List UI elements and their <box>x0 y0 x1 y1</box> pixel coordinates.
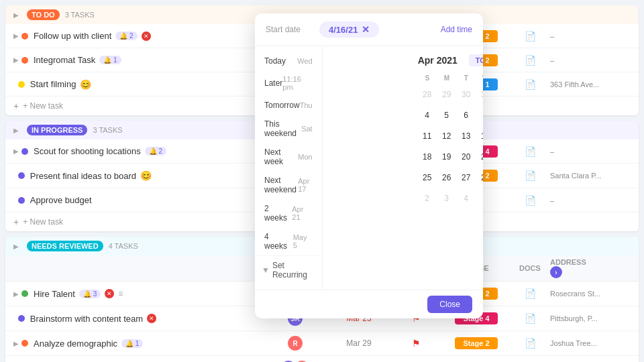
priority-cell: ⚑ <box>389 338 443 349</box>
expand-icon[interactable]: ▶ <box>13 340 19 347</box>
cal-day[interactable]: 25 <box>418 168 437 187</box>
shortcut-label: Today <box>264 56 286 66</box>
cal-day[interactable]: 6 <box>457 106 476 125</box>
cal-day[interactable]: 3 <box>437 189 456 208</box>
cal-day[interactable]: 21 <box>476 147 483 166</box>
comment-badge: 🔔 1 <box>99 56 121 64</box>
docs-cell: 📄 <box>510 313 550 324</box>
shortcut-today[interactable]: Today Wed <box>255 52 322 70</box>
new-task-label: + New task <box>23 217 63 227</box>
shortcut-2-weeks[interactable]: 2 weeks Apr 21 <box>255 199 322 227</box>
cal-day[interactable]: 27 <box>457 168 476 187</box>
assignee-cell: R <box>262 335 329 352</box>
todo-toggle[interactable]: ▶ <box>13 11 19 19</box>
docs-cell: 📄 <box>510 288 550 299</box>
address-cell: – <box>550 147 631 156</box>
cal-day[interactable]: 13 <box>457 127 476 145</box>
shortcut-later[interactable]: Later 11:16 pm <box>255 70 322 96</box>
expand-icon[interactable] <box>13 315 15 322</box>
task-name: Brainstorm with content team ✕ <box>30 314 262 324</box>
shortcut-this-weekend[interactable]: This weekend Sat <box>255 115 322 143</box>
task-name: Hire Talent 🔔 3 ✕ ≡ <box>34 289 262 299</box>
cal-day[interactable]: 4 <box>457 189 476 208</box>
address-cell: – <box>550 32 631 40</box>
expand-icon[interactable]: ▶ <box>13 147 19 155</box>
doc-icon: 📄 <box>525 313 536 324</box>
table-row: Review notes and condense ideas 😊 SR R M… <box>5 356 639 362</box>
comment-badge: 🔔 1 <box>121 339 143 348</box>
dp-cal-days: 28 29 30 31 1 2 3 4 5 6 7 8 9 10 11 <box>418 84 483 208</box>
expand-icon[interactable]: ▶ <box>13 56 19 64</box>
cal-day[interactable]: 7 <box>476 106 483 125</box>
shortcut-4-weeks[interactable]: 4 weeks May 5 <box>255 227 322 255</box>
shortcut-label: This weekend <box>264 119 301 138</box>
avatar: R <box>293 359 311 362</box>
cal-day[interactable]: 5 <box>437 106 456 125</box>
cal-day[interactable]: 31 <box>476 85 483 104</box>
shortcut-hint: May 5 <box>293 233 313 249</box>
remove-icon[interactable]: ✕ <box>142 32 151 41</box>
dp-close-button[interactable]: Close <box>427 296 472 313</box>
comment-badge: 🔔 2 <box>145 147 166 156</box>
shortcut-hint: Thu <box>300 101 313 109</box>
inprogress-toggle[interactable]: ▶ <box>13 127 19 134</box>
dp-add-time[interactable]: Add time <box>441 25 472 34</box>
set-recurring-shortcut[interactable]: ▼ Set Recurring <box>255 255 322 284</box>
shortcut-label: Later <box>264 78 282 88</box>
due-date: Mar 29 <box>329 339 389 348</box>
cal-day[interactable]: 5 <box>476 189 483 208</box>
expand-icon[interactable] <box>13 80 15 88</box>
task-dot <box>21 33 28 40</box>
avatar: SR <box>280 359 297 362</box>
app-container: ▶ TO DO 3 TASKS ▶ Follow up with client … <box>0 0 644 362</box>
expand-icon[interactable]: ▶ <box>13 290 19 298</box>
cal-day[interactable]: 14 <box>476 127 483 145</box>
todo-count: 3 TASKS <box>65 11 95 19</box>
task-dot <box>21 290 28 297</box>
shortcut-label: Next weekend <box>264 176 298 194</box>
cal-day[interactable]: 29 <box>437 85 456 104</box>
docs-cell: 📄 <box>510 31 550 42</box>
address-arrow-icon[interactable]: › <box>550 266 562 278</box>
cal-day[interactable]: 18 <box>418 147 437 166</box>
task-dot <box>21 340 28 347</box>
set-recurring-label: Set Recurring <box>272 261 313 280</box>
shortcut-tomorrow[interactable]: Tomorrow Thu <box>255 96 322 115</box>
cal-day[interactable]: 12 <box>437 127 456 145</box>
cal-day[interactable]: 2 <box>418 189 437 208</box>
address-cell: 363 Fifth Ave... <box>550 80 631 88</box>
cal-day[interactable]: 28 <box>476 168 483 187</box>
dp-today-button[interactable]: TODAY <box>469 54 483 66</box>
needsreview-badge: NEEDS REVIEWED <box>27 241 103 251</box>
remove-icon[interactable]: ✕ <box>105 289 114 298</box>
expand-icon[interactable]: ▶ <box>13 32 19 40</box>
cal-day[interactable]: 28 <box>418 85 437 104</box>
cal-day[interactable]: 19 <box>437 147 456 166</box>
cal-day[interactable]: 20 <box>457 147 476 166</box>
expand-icon[interactable] <box>13 196 15 204</box>
dp-date-value: 4/16/21 <box>329 25 358 35</box>
shortcut-hint: 11:16 pm <box>282 75 312 91</box>
chevron-down-icon: ▼ <box>262 265 270 275</box>
dp-footer: Close <box>255 290 483 318</box>
dp-body: Today Wed Later 11:16 pm Tomorrow Thu Th… <box>255 46 483 290</box>
shortcut-next-weekend[interactable]: Next weekend Apr 17 <box>255 171 322 199</box>
expand-icon[interactable] <box>13 172 15 180</box>
shortcut-next-week[interactable]: Next week Mon <box>255 143 322 171</box>
cal-day[interactable]: 30 <box>457 85 476 104</box>
cal-day[interactable]: 26 <box>437 168 456 187</box>
dp-date-clear[interactable]: ✕ <box>362 24 370 35</box>
cal-day[interactable]: 4 <box>418 106 437 125</box>
comment-badge: 🔔 2 <box>115 32 137 40</box>
assignee-cell: SR R <box>262 359 329 362</box>
inprogress-badge: IN PROGRESS <box>27 125 87 135</box>
dp-start-label: Start date <box>266 25 313 34</box>
table-row: ▶ Analyze demographic 🔔 1 R Mar 29 ⚑ Sta… <box>5 331 639 356</box>
shortcut-label: Next week <box>264 147 298 166</box>
cal-day[interactable]: 11 <box>418 127 437 145</box>
docs-cell: 📄 <box>510 338 550 349</box>
needsreview-toggle[interactable]: ▶ <box>13 243 19 250</box>
inprogress-count: 3 TASKS <box>93 126 122 134</box>
task-name: Analyze demographic 🔔 1 <box>34 339 262 349</box>
remove-icon[interactable]: ✕ <box>147 314 156 323</box>
